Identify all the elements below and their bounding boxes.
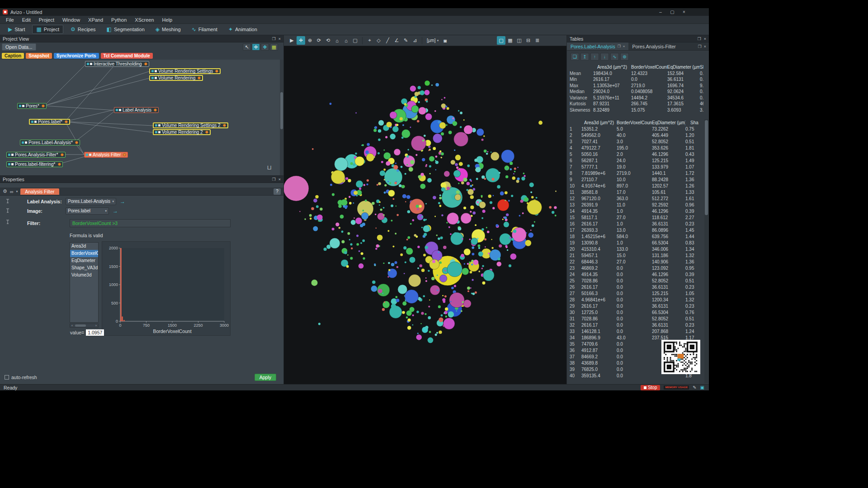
chevron-down-icon[interactable]: ▾ bbox=[16, 190, 18, 193]
move-up-button[interactable]: ↑ bbox=[590, 53, 599, 61]
pv-pointer-button[interactable]: ↖ bbox=[243, 43, 251, 51]
ribbon-filament-button[interactable]: ∿Filament bbox=[188, 25, 221, 34]
measure-angle-button[interactable]: ∠ bbox=[392, 36, 401, 45]
table-row[interactable]: 181.45215e+6584.0639.7561.44 bbox=[570, 233, 703, 239]
tag-caption[interactable]: Caption bbox=[2, 53, 24, 59]
node-label-analysis[interactable]: Label Analysis bbox=[114, 107, 159, 113]
table-row[interactable]: 1558117.127.0118.6122.27 bbox=[570, 214, 703, 221]
filter-formula-input[interactable] bbox=[70, 219, 231, 227]
close-panel-icon[interactable]: × bbox=[704, 37, 706, 41]
variable-volume3d[interactable]: Volume3d bbox=[70, 272, 98, 279]
table-row[interactable]: 2268446.327.0140.9061.36 bbox=[570, 258, 703, 265]
tab-analysis-filter[interactable]: Analysis Filter bbox=[20, 188, 59, 195]
plot-button[interactable]: ∿ bbox=[610, 53, 619, 61]
table-row[interactable]: 757777.119.0133.9791.07 bbox=[570, 164, 703, 170]
table-row[interactable]: 162616.171.036.61310.23 bbox=[570, 221, 703, 227]
console-icon[interactable]: ▣ bbox=[700, 385, 704, 390]
table-row[interactable]: 144914.351.046.12960.39 bbox=[570, 208, 703, 214]
table-row[interactable]: 1326391.911.092.25920.96 bbox=[570, 202, 703, 208]
pv-auto-layout-button[interactable]: ▦ bbox=[270, 43, 278, 51]
node-pores-label-filtering[interactable]: Pores.label-filtering* bbox=[6, 161, 63, 167]
table-row[interactable]: 3012725.00.066.53040.76 bbox=[570, 309, 703, 315]
ortho-button[interactable]: ◇ bbox=[374, 36, 383, 45]
copy-button[interactable]: ❏ bbox=[571, 53, 579, 61]
node-connector-dot[interactable] bbox=[205, 131, 208, 134]
close-tab-icon[interactable]: × bbox=[623, 44, 625, 48]
variable-shape-va3d[interactable]: Shape_VA3d bbox=[70, 264, 98, 272]
node-connector-dot[interactable] bbox=[198, 76, 201, 80]
probe-button[interactable]: ⊿ bbox=[410, 36, 419, 45]
menu-xscreen[interactable]: XScreen bbox=[131, 17, 158, 23]
pv-connections-button[interactable]: ❖ bbox=[261, 43, 269, 51]
apply-button[interactable]: Apply bbox=[255, 374, 276, 381]
home-button[interactable]: ⌂ bbox=[333, 36, 341, 45]
table-row[interactable]: 1726393.313.086.08961.45 bbox=[570, 227, 703, 233]
node-connector-dot[interactable] bbox=[123, 153, 126, 156]
node-volume-rendering-2[interactable]: Volume Rendering 2 bbox=[153, 129, 211, 135]
node-pores-analysis-filter[interactable]: Pores.Analysis-Filter* bbox=[6, 152, 66, 158]
close-panel-icon[interactable]: × bbox=[278, 37, 281, 41]
node-volume-rendering[interactable]: Volume Rendering bbox=[149, 75, 203, 81]
settings-button[interactable]: ⊚ bbox=[620, 53, 629, 61]
view-quad-button[interactable]: ▦ bbox=[506, 36, 514, 45]
variable-bordervoxelcount[interactable]: BorderVoxelCount bbox=[70, 250, 98, 257]
menu-python[interactable]: Python bbox=[107, 17, 131, 23]
float-tab-icon[interactable]: ❐ bbox=[698, 44, 702, 49]
variable-list-scrollbar[interactable]: ‹ › bbox=[70, 324, 99, 328]
menu-file[interactable]: File bbox=[2, 17, 18, 23]
set-home-button[interactable]: ⌂ bbox=[342, 36, 350, 45]
minimize-button[interactable]: – bbox=[656, 9, 665, 15]
variable-eqdiameter[interactable]: EqDiameter bbox=[70, 257, 98, 264]
pin-icon[interactable] bbox=[5, 208, 10, 213]
tab-pores-analysis-filter[interactable]: Pores.Analysis-Filter bbox=[628, 42, 679, 50]
table-row[interactable]: 1138581.817.0105.611.33 bbox=[570, 189, 703, 195]
node-graph[interactable]: ⊔ Interactive ThresholdingVolume Renderi… bbox=[0, 60, 280, 175]
node-analysis-filter[interactable]: Analysis Filter bbox=[84, 152, 128, 158]
variable-list[interactable]: Area3dBorderVoxelCountEqDiameterShape_VA… bbox=[70, 242, 99, 323]
table-row[interactable]: 87.81989e+62719.01440.11.72 bbox=[570, 170, 703, 176]
view-split-v-button[interactable]: ⊟ bbox=[524, 36, 533, 45]
ribbon-recipes-button[interactable]: ⚙Recipes bbox=[67, 25, 99, 34]
table-row[interactable]: 20415310.4133.0346.0061.34 bbox=[570, 246, 703, 252]
ribbon-meshing-button[interactable]: ◈Meshing bbox=[152, 25, 184, 34]
ribbon-animation-button[interactable]: ✦Animation bbox=[225, 25, 261, 34]
table-row[interactable]: 33146128.10.0207.8681.24 bbox=[570, 328, 703, 334]
ribbon-start-button[interactable]: ▶Start bbox=[5, 25, 28, 34]
table-row[interactable]: 656287.124.0125.2151.49 bbox=[570, 157, 703, 164]
gear-icon[interactable]: ⚙ bbox=[3, 188, 7, 194]
tag-tcl-command-module[interactable]: Tcl Command Module bbox=[101, 53, 153, 59]
table-row[interactable]: 317028.860.052.80520.51 bbox=[570, 315, 703, 322]
node-connector-dot[interactable] bbox=[154, 108, 157, 112]
link-icon[interactable]: ∞ bbox=[10, 189, 14, 194]
table-scrollbar[interactable] bbox=[704, 119, 708, 383]
export-button[interactable]: ↥ bbox=[580, 53, 589, 61]
table-row[interactable]: 2159457.115.0131.1861.32 bbox=[570, 252, 703, 258]
table-row[interactable]: 115351.25.073.22620.75 bbox=[570, 126, 703, 132]
help-button[interactable]: ? bbox=[274, 188, 281, 195]
pv-hand-button[interactable]: ✛ bbox=[252, 43, 260, 51]
table-row[interactable]: 55050.162.046.12960.43 bbox=[570, 151, 703, 157]
trash-icon[interactable]: ⊔ bbox=[267, 164, 272, 171]
table-row[interactable]: 322616.170.036.61310.23 bbox=[570, 322, 703, 328]
stop-button[interactable]: Stop bbox=[641, 385, 660, 390]
table-row[interactable]: 244914.350.046.12960.39 bbox=[570, 271, 703, 277]
ribbon-project-button[interactable]: ▦Project bbox=[32, 25, 63, 34]
tag-snapshot[interactable]: Snapshot bbox=[26, 53, 52, 59]
node-connector-dot[interactable] bbox=[144, 62, 147, 66]
menu-xpand[interactable]: XPand bbox=[84, 17, 107, 23]
3d-viewport[interactable] bbox=[284, 46, 566, 384]
rotate-button[interactable]: ⟳ bbox=[315, 36, 323, 45]
scroll-right-icon[interactable]: › bbox=[94, 324, 98, 327]
tab-pores-label-analysis[interactable]: Pores.Label-Analysis ❐ × bbox=[567, 42, 628, 50]
table-row[interactable]: 12967120.0363.0512.2721.61 bbox=[570, 195, 703, 202]
goto-module-arrow-icon[interactable]: → bbox=[113, 208, 118, 214]
table-row[interactable]: 2549562.040.0405.4491.20 bbox=[570, 132, 703, 138]
node-connector-dot[interactable] bbox=[215, 70, 218, 73]
float-panel-icon[interactable]: ❐ bbox=[272, 37, 276, 41]
view-split-h-button[interactable]: ◫ bbox=[515, 36, 524, 45]
node-connector-dot[interactable] bbox=[65, 120, 68, 123]
menu-project[interactable]: Project bbox=[35, 17, 58, 23]
node-connector-dot[interactable] bbox=[61, 153, 64, 156]
auto-refresh-checkbox[interactable] bbox=[5, 375, 9, 380]
node-connector-dot[interactable] bbox=[223, 124, 226, 127]
